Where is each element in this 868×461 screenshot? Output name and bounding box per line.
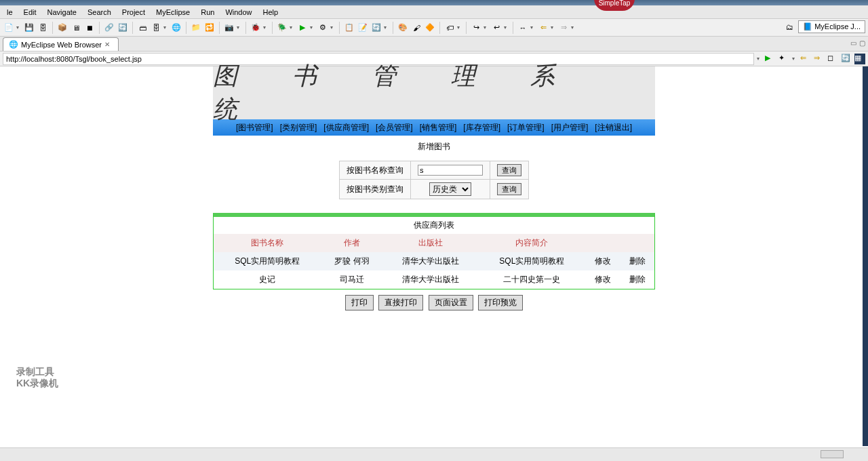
search-category-label: 按图书类别查询 (340, 180, 411, 199)
minimize-icon[interactable]: ▭ (850, 39, 856, 47)
search-name-label: 按图书名称查询 (340, 161, 411, 180)
nav3-icon[interactable]: ↔ (517, 22, 529, 34)
save-icon[interactable]: 💾 (23, 22, 35, 34)
url-dropdown-icon[interactable]: ▾ (757, 56, 762, 62)
tool1-icon[interactable]: ✦ (778, 54, 789, 64)
col-author: 作者 (321, 234, 383, 252)
cell-summary: 二十四史第一史 (478, 270, 585, 289)
menu-search[interactable]: Search (82, 7, 117, 18)
open-perspective-icon[interactable]: 🗂 (783, 21, 795, 33)
data-table: 图书名称 作者 出版社 内容简介 SQL实用简明教程 罗骏 何羽 清华大学出版社… (214, 234, 654, 289)
col-publisher: 出版社 (383, 234, 478, 252)
link-icon[interactable]: 🔗 (103, 22, 115, 34)
debug-icon[interactable]: 🐞 (250, 22, 262, 34)
menubar: le Edit Navigate Search Project MyEclips… (0, 5, 868, 19)
cell-name: SQL实用简明教程 (214, 252, 321, 270)
camera-icon[interactable]: 📷 (223, 22, 235, 34)
search-category-button[interactable] (497, 183, 521, 195)
menu-project[interactable]: Project (117, 7, 151, 18)
nav-category[interactable]: [类别管理] (280, 122, 317, 134)
stop-nav-icon[interactable]: ◻ (827, 54, 838, 64)
nav-sale[interactable]: [销售管理] (420, 122, 457, 134)
delete-link[interactable]: 删除 (629, 275, 646, 284)
palette1-icon[interactable]: 🎨 (397, 22, 409, 34)
nav-member[interactable]: [会员管理] (376, 122, 413, 134)
col-summary: 内容简介 (478, 234, 585, 252)
server-icon[interactable]: 🖥 (70, 22, 82, 34)
perspective-myeclipse[interactable]: 📘 MyEclipse J... (798, 20, 865, 33)
db2-icon[interactable]: 🗄 (150, 22, 162, 34)
nav-user[interactable]: [用户管理] (551, 122, 589, 134)
fwd-nav-icon[interactable]: ⇒ (814, 54, 825, 64)
print-toolbar (213, 289, 655, 316)
go-icon[interactable]: ▶ (765, 54, 776, 64)
list-title: 供应商列表 (214, 217, 654, 234)
page-banner: 图 书 管 理 系 统 (213, 66, 655, 119)
print-preview-button[interactable] (478, 295, 523, 310)
maximize-icon[interactable]: ▢ (859, 39, 865, 47)
new-icon[interactable]: 📄 (3, 22, 15, 34)
globe-icon[interactable]: 🌐 (170, 22, 182, 34)
menu-navigate[interactable]: Navigate (42, 7, 82, 18)
menu-myeclipse[interactable]: MyEclipse (151, 7, 195, 18)
menu-file[interactable]: le (1, 7, 18, 18)
menu-edit[interactable]: Edit (18, 7, 42, 18)
nav-book[interactable]: [图书管理] (236, 122, 273, 134)
scrollbar[interactable] (863, 66, 868, 446)
tab-browser[interactable]: 🌐 MyEclipse Web Browser ✕ (3, 37, 119, 51)
nav-supplier[interactable]: [供应商管理] (323, 122, 369, 134)
watermark-line1: 录制工具 (16, 366, 58, 378)
search-name-input[interactable] (418, 165, 483, 176)
run-icon[interactable]: ▶ (296, 22, 309, 34)
bug-icon[interactable]: 🪲 (276, 22, 288, 34)
search-form: 按图书名称查询 按图书类别查询 历史类 (339, 161, 529, 199)
nav-order[interactable]: [订单管理] (507, 122, 545, 134)
menu-help[interactable]: Help (258, 7, 284, 18)
menu-window[interactable]: Window (220, 7, 257, 18)
cell-summary: SQL实用简明教程 (478, 252, 585, 270)
folder-icon[interactable]: 📁 (190, 22, 202, 34)
stop-icon[interactable]: ⏹ (83, 22, 96, 34)
subnav-newbook[interactable]: 新增图书 (213, 136, 655, 158)
runconfig-icon[interactable]: ⚙ (317, 22, 329, 34)
watermark: 录制工具 KK录像机 (16, 366, 58, 389)
db-icon[interactable]: 🗃 (136, 22, 149, 34)
tab-title: MyEclipse Web Browser (21, 41, 102, 49)
page-setup-button[interactable] (429, 295, 473, 310)
refresh-nav-icon[interactable]: 🔄 (841, 54, 852, 64)
menu-run[interactable]: Run (195, 7, 220, 18)
nav-stock[interactable]: [库存管理] (463, 122, 500, 134)
wiz2-icon[interactable]: 📝 (357, 22, 369, 34)
search-name-button[interactable] (497, 164, 521, 176)
palette2-icon[interactable]: 🖌 (410, 22, 422, 34)
deploy-icon[interactable]: 📦 (56, 22, 68, 34)
edit-link[interactable]: 修改 (595, 256, 611, 266)
sync-icon[interactable]: 🔁 (203, 22, 216, 34)
direct-print-button[interactable] (378, 295, 423, 310)
cell-author: 罗骏 何羽 (321, 252, 383, 270)
home-icon[interactable]: ▦ (854, 54, 865, 64)
result-panel: 供应商列表 图书名称 作者 出版社 内容简介 SQL实用简明教程 罗骏 何羽 清… (213, 213, 655, 289)
nav-logout[interactable]: [注销退出] (595, 122, 632, 134)
fwd-icon[interactable]: ⇒ (557, 22, 570, 34)
back-nav-icon[interactable]: ⇐ (800, 54, 811, 64)
nav2-icon[interactable]: ↩ (490, 22, 502, 34)
tag-icon[interactable]: 🏷 (443, 22, 456, 34)
nav1-icon[interactable]: ↪ (470, 22, 482, 34)
palette3-icon[interactable]: 🔶 (424, 22, 436, 34)
col-name: 图书名称 (214, 234, 321, 252)
close-icon[interactable]: ✕ (104, 41, 113, 49)
edit-link[interactable]: 修改 (595, 275, 611, 284)
globe-icon: 🌐 (9, 40, 18, 49)
search-category-select[interactable]: 历史类 (429, 182, 471, 196)
refresh-icon[interactable]: 🔄 (117, 22, 129, 34)
col-actions (585, 234, 654, 252)
print-button[interactable] (345, 295, 374, 310)
delete-link[interactable]: 删除 (629, 256, 646, 266)
watermark-line2: KK录像机 (16, 378, 58, 389)
saveall-icon[interactable]: 🗄 (37, 22, 49, 34)
wiz3-icon[interactable]: 🔄 (370, 22, 382, 34)
back-icon[interactable]: ⇐ (537, 22, 549, 34)
cell-publisher: 清华大学出版社 (383, 252, 478, 270)
wiz1-icon[interactable]: 📋 (343, 22, 355, 34)
